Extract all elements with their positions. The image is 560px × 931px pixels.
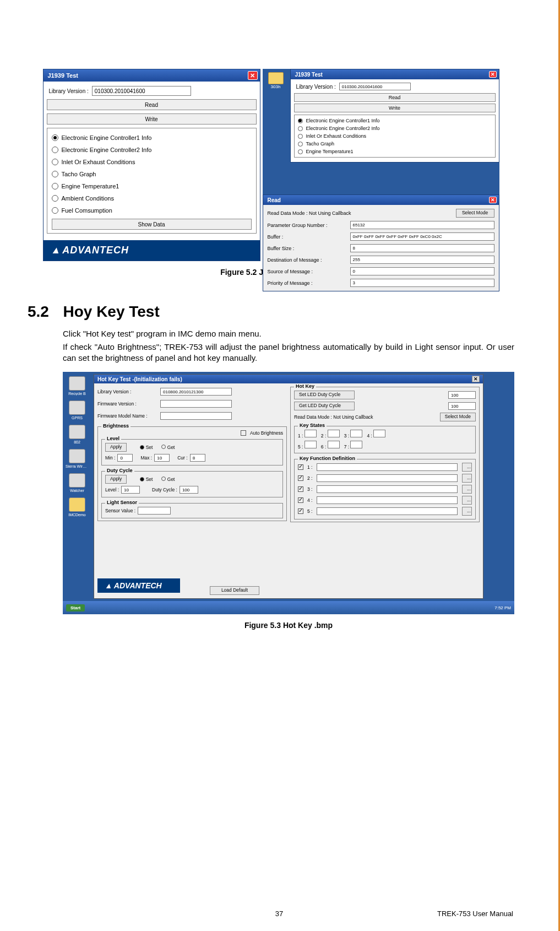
radio-icon[interactable]: [298, 126, 303, 131]
select-mode-button[interactable]: Select Mode: [456, 209, 494, 218]
radio-icon[interactable]: [298, 134, 303, 139]
browse-button[interactable]: ...: [462, 474, 472, 483]
read-button[interactable]: Read: [47, 99, 257, 110]
radio-icon[interactable]: [298, 149, 303, 154]
firmware-version-field[interactable]: [160, 400, 232, 408]
kf-field[interactable]: [317, 463, 458, 471]
cur-field[interactable]: 8: [190, 454, 205, 462]
desktop-icon[interactable]: Watcher: [66, 473, 89, 495]
write-button[interactable]: Write: [47, 113, 257, 125]
option-row[interactable]: Tacho Graph: [52, 168, 252, 180]
folder-icon[interactable]: 303h: [266, 72, 286, 89]
browse-button[interactable]: ...: [462, 507, 472, 516]
clock: 7:52 PM: [494, 605, 511, 610]
desktop-icon[interactable]: 802: [66, 425, 89, 447]
kf-checkbox[interactable]: [298, 497, 303, 503]
close-icon[interactable]: ✕: [489, 71, 497, 78]
option-row[interactable]: Electronic Engine Controller1 Info: [52, 132, 252, 144]
min-field[interactable]: 0: [117, 454, 133, 462]
option-row[interactable]: Inlet Or Exhaust Conditions: [52, 156, 252, 168]
library-version-label: Library Version :: [49, 88, 89, 94]
desktop-icon[interactable]: Sierra Wire Watcher: [66, 449, 89, 471]
kf-field[interactable]: [317, 474, 458, 482]
radio-icon[interactable]: [52, 147, 58, 153]
option-row[interactable]: Electronic Engine Controller1 Info: [298, 117, 492, 125]
kf-checkbox[interactable]: [298, 475, 303, 481]
start-button[interactable]: Start: [66, 604, 85, 611]
close-icon[interactable]: ✕: [489, 197, 497, 203]
page-number: 37: [275, 910, 283, 918]
option-row[interactable]: Fuel Comsumption: [52, 204, 252, 216]
max-label: Max :: [140, 455, 152, 461]
radio-icon[interactable]: [52, 183, 58, 190]
option-row[interactable]: Tacho Graph: [298, 140, 492, 148]
j1939-window-right-wrap: 303h J1939 Test ✕ Library Version : 0103…: [263, 69, 499, 261]
kf-checkbox[interactable]: [298, 486, 303, 492]
buffer-field[interactable]: 0xFF 0xFF 0xFF 0xFF 0xFF 0xFF 0xC0 0x2C: [350, 232, 494, 241]
browse-button[interactable]: ...: [462, 485, 472, 494]
radio-icon[interactable]: [52, 195, 58, 202]
kf-field[interactable]: [317, 496, 458, 504]
desktop-icon[interactable]: IMCDemo: [66, 497, 89, 519]
apply-button[interactable]: Apply: [105, 443, 127, 452]
radio-icon[interactable]: [298, 118, 303, 123]
kf-checkbox[interactable]: [298, 464, 303, 470]
close-icon[interactable]: ✕: [248, 71, 258, 80]
duty-cycle-field[interactable]: 100: [180, 486, 198, 494]
kf-checkbox[interactable]: [298, 508, 303, 514]
option-row[interactable]: Inlet Or Exhaust Conditions: [298, 132, 492, 140]
radio-icon[interactable]: [52, 159, 58, 165]
desktop-icon[interactable]: GPRS: [66, 400, 89, 423]
library-version-field[interactable]: 010300.2010041600: [92, 86, 191, 96]
prio-field[interactable]: 3: [350, 279, 494, 287]
read-mode-label: Read Data Mode : Not Using Callback: [268, 210, 456, 216]
set-led-button[interactable]: Set LED Duty Cycle: [294, 391, 355, 399]
radio-icon[interactable]: [161, 445, 166, 449]
src-field[interactable]: 0: [350, 267, 494, 275]
auto-brightness-checkbox[interactable]: [241, 430, 246, 436]
radio-icon[interactable]: [52, 207, 58, 214]
browse-button[interactable]: ...: [462, 463, 472, 472]
option-row[interactable]: Ambient Conditions: [52, 192, 252, 204]
bufsize-field[interactable]: 8: [350, 244, 494, 252]
group-title: Level: [105, 436, 121, 441]
select-mode-button[interactable]: Select Mode: [440, 413, 476, 421]
pgn-field[interactable]: 65132: [350, 221, 494, 229]
library-version-field[interactable]: 010800.2010121300: [160, 388, 232, 396]
library-version-field[interactable]: 010300.2010041600: [339, 83, 411, 90]
radio-icon[interactable]: [161, 477, 166, 481]
desktop-icon[interactable]: Recycle B: [66, 376, 89, 398]
load-default-button[interactable]: Load Default: [210, 586, 259, 595]
radio-icon[interactable]: [298, 142, 303, 147]
close-icon[interactable]: ✕: [472, 376, 480, 382]
firmware-model-label: Firmware Model Name :: [97, 413, 158, 419]
max-field[interactable]: 10: [154, 454, 170, 462]
kf-field[interactable]: [317, 507, 458, 515]
sensor-value-field[interactable]: [138, 507, 171, 515]
cur-label: Cur :: [177, 455, 187, 461]
level-field[interactable]: 10: [121, 486, 140, 494]
option-row[interactable]: Engine Temperature1: [298, 148, 492, 155]
option-row[interactable]: Engine Temperature1: [52, 180, 252, 192]
dest-field[interactable]: 255: [350, 256, 494, 264]
radio-icon[interactable]: [52, 171, 58, 177]
group-title: Key Function Definition: [298, 456, 357, 461]
radio-icon[interactable]: [140, 477, 144, 481]
option-row[interactable]: Electronic Engine Controller2 Info: [298, 125, 492, 132]
option-row[interactable]: Electronic Engine Controller2 Info: [52, 144, 252, 156]
apply-button[interactable]: Apply: [105, 475, 127, 484]
radio-icon[interactable]: [52, 134, 58, 141]
write-button[interactable]: Write: [294, 104, 496, 112]
firmware-model-field[interactable]: [160, 412, 232, 420]
radio-icon[interactable]: [140, 445, 144, 450]
set-led-field[interactable]: 100: [448, 391, 476, 399]
browse-button[interactable]: ...: [462, 496, 472, 505]
show-data-button[interactable]: Show Data: [52, 219, 252, 230]
key-function-group: Key Function Definition 1 :... 2 :... 3 …: [294, 459, 476, 519]
kf-field[interactable]: [317, 485, 458, 493]
auto-brightness-label: Auto Brightness: [250, 430, 283, 436]
titlebar: J1939 Test ✕: [291, 69, 499, 79]
get-led-button[interactable]: Get LED Duty Cycle: [294, 402, 355, 410]
read-button[interactable]: Read: [294, 93, 496, 102]
get-led-field[interactable]: 100: [448, 402, 476, 410]
